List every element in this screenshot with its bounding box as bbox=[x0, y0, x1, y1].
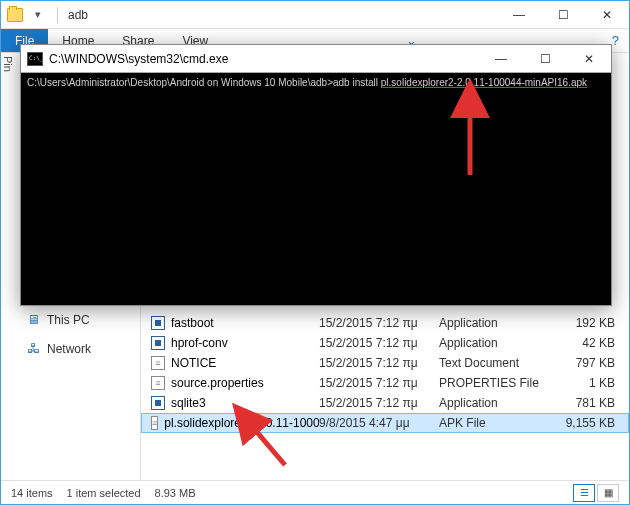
cmd-minimize-button[interactable]: ― bbox=[479, 45, 523, 73]
file-name-label: sqlite3 bbox=[171, 396, 206, 410]
nav-label: Network bbox=[47, 342, 91, 356]
window-title: adb bbox=[68, 8, 88, 22]
folder-icon bbox=[7, 8, 23, 22]
cmd-window: C:\WINDOWS\system32\cmd.exe ― ☐ ✕ C:\Use… bbox=[20, 44, 612, 306]
file-type: Application bbox=[439, 396, 549, 410]
minimize-button[interactable]: ― bbox=[497, 1, 541, 29]
nav-this-pc[interactable]: 🖥 This PC bbox=[1, 309, 140, 330]
file-row[interactable]: pl.solidexplorer2-2.0.11-100044-minAPI16… bbox=[141, 413, 629, 433]
file-size: 781 KB bbox=[549, 396, 619, 410]
file-icon bbox=[151, 336, 165, 350]
file-date: 15/2/2015 7:12 πμ bbox=[319, 316, 439, 330]
cmd-close-button[interactable]: ✕ bbox=[567, 45, 611, 73]
file-date: 15/2/2015 7:12 πμ bbox=[319, 336, 439, 350]
view-details-icon[interactable]: ☰ bbox=[573, 484, 595, 502]
file-type: PROPERTIES File bbox=[439, 376, 549, 390]
file-name-label: NOTICE bbox=[171, 356, 216, 370]
maximize-button[interactable]: ☐ bbox=[541, 1, 585, 29]
file-date: 15/2/2015 7:12 πμ bbox=[319, 396, 439, 410]
status-bar: 14 items 1 item selected 8.93 MB ☰ ▦ bbox=[1, 480, 629, 504]
file-type: Application bbox=[439, 316, 549, 330]
cmd-icon bbox=[27, 52, 43, 66]
file-date: 15/2/2015 7:12 πμ bbox=[319, 356, 439, 370]
status-size: 8.93 MB bbox=[155, 487, 196, 499]
file-type: APK File bbox=[439, 416, 549, 430]
nav-label: This PC bbox=[47, 313, 90, 327]
file-name-label: source.properties bbox=[171, 376, 264, 390]
file-date: 9/8/2015 4:47 μμ bbox=[319, 416, 439, 430]
network-icon: 🖧 bbox=[25, 341, 41, 356]
close-button[interactable]: ✕ bbox=[585, 1, 629, 29]
file-date: 15/2/2015 7:12 πμ bbox=[319, 376, 439, 390]
cmd-output[interactable]: C:\Users\Administrator\Desktop\Android o… bbox=[21, 73, 611, 305]
file-size: 9,155 KB bbox=[549, 416, 619, 430]
file-icon bbox=[151, 356, 165, 370]
file-size: 1 KB bbox=[549, 376, 619, 390]
file-icon bbox=[151, 396, 165, 410]
file-row[interactable]: sqlite315/2/2015 7:12 πμApplication781 K… bbox=[141, 393, 629, 413]
monitor-icon: 🖥 bbox=[25, 312, 41, 327]
file-row[interactable]: hprof-conv15/2/2015 7:12 πμApplication42… bbox=[141, 333, 629, 353]
cmd-title: C:\WINDOWS\system32\cmd.exe bbox=[49, 52, 479, 66]
file-name-label: fastboot bbox=[171, 316, 214, 330]
file-row[interactable]: fastboot15/2/2015 7:12 πμApplication192 … bbox=[141, 313, 629, 333]
status-selection: 1 item selected bbox=[67, 487, 141, 499]
cmd-titlebar: C:\WINDOWS\system32\cmd.exe ― ☐ ✕ bbox=[21, 45, 611, 73]
pin-label: Pin bbox=[0, 56, 16, 306]
file-icon bbox=[151, 376, 165, 390]
explorer-titlebar: ▾ adb ― ☐ ✕ bbox=[1, 1, 629, 29]
file-icon bbox=[151, 416, 158, 430]
file-name-label: pl.solidexplorer2-2.0.11-100044-minAPI16… bbox=[164, 416, 319, 430]
qat-dropdown[interactable]: ▾ bbox=[29, 8, 47, 21]
status-count: 14 items bbox=[11, 487, 53, 499]
cmd-maximize-button[interactable]: ☐ bbox=[523, 45, 567, 73]
nav-network[interactable]: 🖧 Network bbox=[1, 338, 140, 359]
file-size: 42 KB bbox=[549, 336, 619, 350]
file-type: Application bbox=[439, 336, 549, 350]
file-icon bbox=[151, 316, 165, 330]
file-size: 192 KB bbox=[549, 316, 619, 330]
file-size: 797 KB bbox=[549, 356, 619, 370]
file-name-label: hprof-conv bbox=[171, 336, 228, 350]
view-large-icon[interactable]: ▦ bbox=[597, 484, 619, 502]
file-row[interactable]: source.properties15/2/2015 7:12 πμPROPER… bbox=[141, 373, 629, 393]
file-type: Text Document bbox=[439, 356, 549, 370]
file-row[interactable]: NOTICE15/2/2015 7:12 πμText Document797 … bbox=[141, 353, 629, 373]
